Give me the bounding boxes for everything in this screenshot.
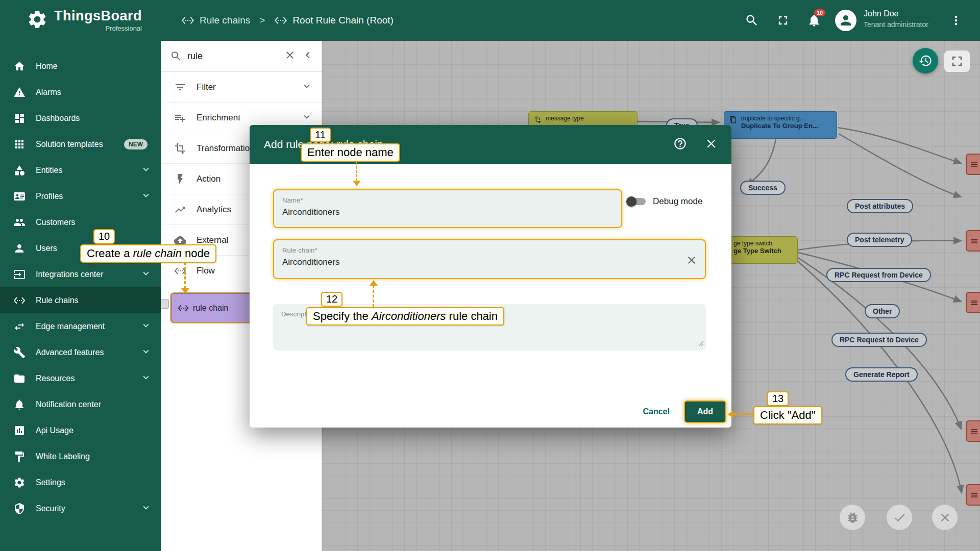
chevron-down-icon: [140, 502, 152, 515]
sidebar-item-solution-templates[interactable]: Solution templatesNEW: [0, 131, 161, 157]
debug-mode-canvas-button[interactable]: [840, 505, 865, 530]
dialog-help-button[interactable]: [673, 137, 687, 153]
annotation-step-12-number: 12: [321, 292, 342, 307]
rule-chain-icon: [178, 303, 189, 314]
annotation-connector: [733, 413, 753, 415]
annotation-step-12-label: Specify the Airconditioners rule chain: [306, 307, 504, 325]
name-field[interactable]: Name*: [273, 189, 622, 228]
name-field-label: Name*: [282, 196, 613, 204]
apply-changes-button[interactable]: [887, 505, 912, 530]
dialog-close-button[interactable]: [704, 137, 718, 153]
library-search-input[interactable]: [187, 51, 279, 62]
debug-mode-label: Debug mode: [653, 196, 702, 207]
annotation-connector: [184, 262, 186, 289]
sidebar-item-dashboards[interactable]: Dashboards: [0, 105, 161, 131]
close-icon: [685, 254, 698, 266]
annotation-connector: [373, 285, 374, 307]
search-icon: [170, 50, 182, 62]
sidebar-item-edge-management[interactable]: Edge management: [0, 313, 161, 339]
sidebar-item-advanced-features[interactable]: Advanced features: [0, 339, 161, 365]
sidebar-item-white-labeling[interactable]: White Labeling: [0, 443, 161, 469]
header-more-menu-button[interactable]: [949, 13, 963, 30]
annotation-arrow: [181, 288, 189, 294]
breadcrumb-current: Root Rule Chain (Root): [292, 15, 393, 26]
thingsboard-app: message type duplicate to specific g... …: [0, 0, 980, 551]
sidebar-item-notification-center[interactable]: Notification center: [0, 391, 161, 417]
rule-chain-icon: [274, 14, 287, 27]
notifications-count-badge: 10: [814, 9, 825, 16]
sidebar-item-integrations-center[interactable]: Integrations center: [0, 261, 161, 287]
check-icon: [893, 511, 906, 524]
edge-icon: [13, 320, 26, 333]
rule-chain-field-label: Rule chain*: [282, 246, 697, 254]
user-name: John Doe: [864, 9, 928, 18]
annotation-step-10-number: 10: [93, 229, 115, 244]
annotation-step-13-number: 13: [767, 391, 789, 406]
chevron-down-icon: [140, 320, 152, 333]
clear-search-button[interactable]: [284, 49, 296, 63]
clear-rule-chain-button[interactable]: [685, 254, 698, 268]
user-info[interactable]: John Doe Tenant administrator: [864, 9, 928, 29]
users-icon: [13, 242, 26, 255]
history-icon: [918, 54, 933, 68]
header-search-button[interactable]: [745, 13, 759, 30]
sidebar-item-profiles[interactable]: Profiles: [0, 183, 161, 209]
rule-chains-icon: [181, 14, 194, 27]
fullscreen-icon: [776, 13, 790, 28]
entities-icon: [13, 164, 26, 177]
discard-changes-button[interactable]: [932, 505, 958, 530]
new-badge: NEW: [124, 139, 148, 149]
profiles-icon: [13, 190, 26, 203]
sidebar-item-entities[interactable]: Entities: [0, 157, 161, 183]
library-search-bar: [161, 41, 322, 72]
annotation-arrow: [353, 181, 361, 186]
chevron-down-icon: [301, 81, 312, 94]
transformation-icon: [174, 142, 186, 155]
collapse-panel-button[interactable]: [301, 48, 314, 64]
user-avatar[interactable]: [835, 10, 856, 31]
sidebar-item-security[interactable]: Security: [0, 495, 161, 521]
bug-icon: [846, 511, 860, 524]
apply-changes-history-button[interactable]: [913, 48, 938, 73]
canvas-fullscreen-button[interactable]: [944, 51, 970, 72]
sidebar-item-alarms[interactable]: Alarms: [0, 79, 161, 105]
debug-mode-toggle[interactable]: [627, 198, 646, 205]
sidebar-item-resources[interactable]: Resources: [0, 365, 161, 391]
advanced-features-icon: [13, 346, 26, 359]
analytics-icon: [174, 204, 186, 216]
name-input[interactable]: [282, 207, 586, 217]
category-filter[interactable]: Filter: [161, 72, 322, 103]
app-logo[interactable]: ThingsBoard Professional: [0, 9, 161, 32]
add-rule-node-dialog: Add rule node: rule chain Name* Debug mo…: [250, 125, 731, 428]
notifications-button[interactable]: 10: [807, 13, 821, 30]
sidebar-item-home[interactable]: Home: [0, 53, 161, 79]
home-icon: [13, 60, 26, 72]
palette-node-rule-chain[interactable]: rule chain: [171, 293, 262, 322]
dashboards-icon: [13, 112, 26, 124]
solution-templates-icon: [13, 138, 26, 151]
add-button[interactable]: Add: [684, 400, 726, 423]
annotation-arrow: [728, 410, 733, 418]
toggle-knob: [626, 196, 636, 207]
filter-icon: [174, 81, 186, 93]
fullscreen-icon: [949, 53, 965, 69]
rule-chain-input[interactable]: [282, 257, 664, 267]
logo-subtitle: Professional: [54, 24, 142, 32]
white-labeling-icon: [13, 450, 26, 463]
rule-chain-field[interactable]: Rule chain*: [273, 239, 706, 279]
sidebar-item-settings[interactable]: Settings: [0, 469, 161, 495]
sidebar-item-api-usage[interactable]: Api Usage: [0, 417, 161, 443]
api-usage-icon: [13, 424, 26, 437]
breadcrumb-rule-chains[interactable]: Rule chains: [200, 15, 250, 26]
alarms-icon: [13, 86, 26, 98]
chevron-down-icon: [140, 268, 152, 281]
user-role: Tenant administrator: [864, 20, 928, 29]
annotation-step-13-label: Click "Add": [753, 406, 822, 424]
search-icon: [745, 13, 759, 28]
sidebar-item-customers[interactable]: Customers: [0, 209, 161, 235]
resize-grip-icon[interactable]: [698, 339, 704, 348]
breadcrumb-separator: >: [259, 15, 265, 26]
cancel-button[interactable]: Cancel: [643, 407, 669, 416]
header-fullscreen-button[interactable]: [776, 13, 790, 30]
sidebar-item-rule-chains[interactable]: Rule chains: [0, 287, 161, 313]
